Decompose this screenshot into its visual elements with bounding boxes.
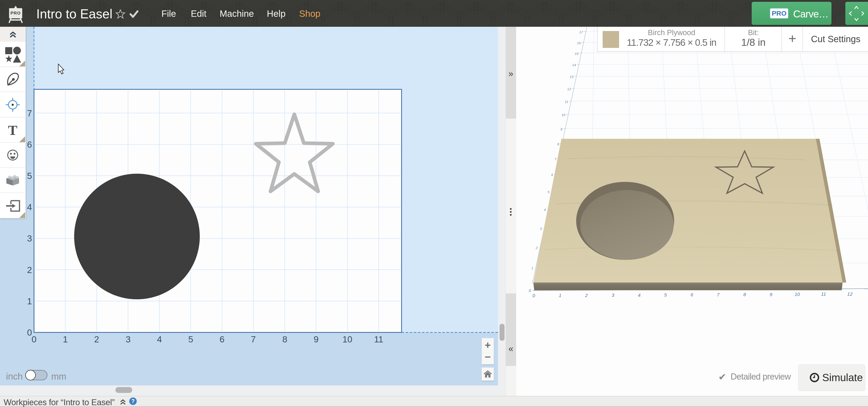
svg-text:4: 4 <box>638 292 641 298</box>
svg-text:5: 5 <box>188 335 193 344</box>
svg-text:4: 4 <box>27 202 32 212</box>
svg-text:12: 12 <box>847 291 852 296</box>
svg-text:0: 0 <box>32 335 36 344</box>
svg-text:6: 6 <box>551 173 553 177</box>
svg-text:5: 5 <box>27 171 32 181</box>
svg-text:11: 11 <box>565 100 568 104</box>
svg-text:9: 9 <box>314 335 318 344</box>
svg-text:16: 16 <box>577 41 581 45</box>
svg-text:12: 12 <box>567 87 571 91</box>
svg-text:1: 1 <box>27 296 32 306</box>
svg-text:7: 7 <box>555 157 557 161</box>
svg-text:3: 3 <box>126 335 131 344</box>
svg-text:3: 3 <box>27 233 32 243</box>
svg-text:7: 7 <box>27 108 32 118</box>
svg-text:7: 7 <box>251 335 256 344</box>
svg-text:PRO: PRO <box>10 11 21 15</box>
svg-text:13: 13 <box>569 75 574 79</box>
svg-text:5: 5 <box>548 190 550 194</box>
svg-text:2: 2 <box>585 293 588 298</box>
svg-text:0: 0 <box>532 293 535 298</box>
svg-text:1: 1 <box>559 293 561 298</box>
svg-text:10: 10 <box>342 335 352 344</box>
svg-text:0: 0 <box>529 289 531 293</box>
svg-text:6: 6 <box>690 292 693 297</box>
svg-text:9: 9 <box>560 127 563 131</box>
svg-text:15: 15 <box>575 52 579 56</box>
svg-text:4: 4 <box>544 208 546 212</box>
svg-text:11: 11 <box>374 335 383 344</box>
svg-text:10: 10 <box>561 113 565 117</box>
svg-text:9: 9 <box>770 292 772 297</box>
svg-text:11: 11 <box>821 291 826 296</box>
svg-text:2: 2 <box>535 246 538 250</box>
svg-text:3: 3 <box>612 292 614 298</box>
svg-text:1: 1 <box>63 335 68 344</box>
svg-text:2: 2 <box>27 265 32 275</box>
svg-text:8: 8 <box>282 335 287 344</box>
svg-text:17: 17 <box>579 30 583 34</box>
svg-text:6: 6 <box>219 335 224 344</box>
svg-text:2: 2 <box>94 335 99 344</box>
svg-text:0: 0 <box>27 327 32 337</box>
svg-text:14: 14 <box>572 63 576 67</box>
svg-text:8: 8 <box>743 292 746 297</box>
svg-text:6: 6 <box>27 140 32 149</box>
svg-text:4: 4 <box>157 335 162 344</box>
svg-text:1: 1 <box>531 266 533 270</box>
svg-text:8: 8 <box>557 142 559 146</box>
svg-text:10: 10 <box>795 291 800 297</box>
svg-text:7: 7 <box>717 292 720 297</box>
svg-text:5: 5 <box>664 292 667 298</box>
svg-text:3: 3 <box>540 227 542 230</box>
